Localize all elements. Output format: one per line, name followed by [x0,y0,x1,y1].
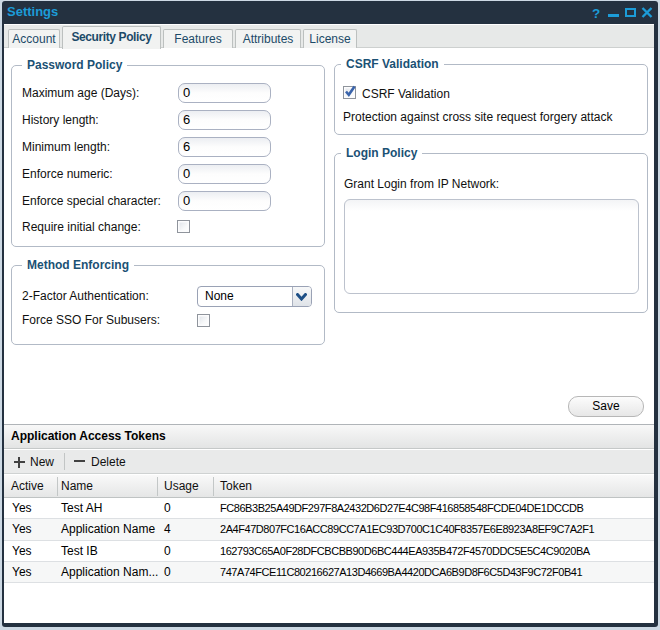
svg-text:?: ? [592,7,600,21]
